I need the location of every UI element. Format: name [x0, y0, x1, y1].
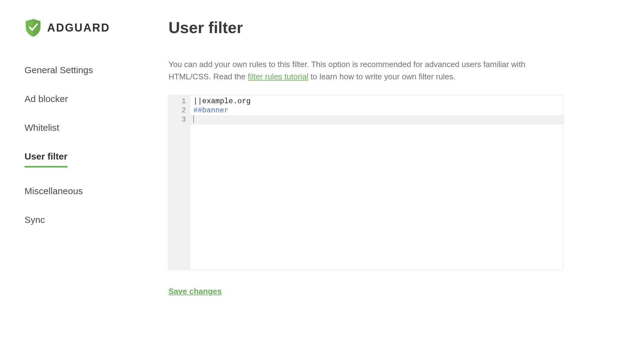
description-text-post: to learn how to write your own filter ru… [309, 72, 456, 81]
text-cursor-icon [193, 115, 194, 122]
token-host: example.org [202, 97, 251, 105]
sidebar: ADGUARD General Settings Ad blocker Whit… [25, 18, 169, 296]
sidebar-nav: General Settings Ad blocker Whitelist Us… [25, 65, 169, 225]
sidebar-item-miscellaneous[interactable]: Miscellaneous [25, 186, 83, 196]
actions-row: Save changes [169, 287, 607, 296]
code-line[interactable]: ##banner [193, 106, 563, 115]
line-number: 2 [169, 106, 186, 115]
token-operator: || [193, 97, 202, 105]
save-changes-button[interactable]: Save changes [169, 287, 222, 296]
sidebar-item-sync[interactable]: Sync [25, 215, 45, 225]
filter-rules-tutorial-link[interactable]: filter rules tutorial [248, 72, 309, 81]
page-description: You can add your own rules to this filte… [169, 58, 564, 83]
sidebar-item-ad-blocker[interactable]: Ad blocker [25, 94, 68, 104]
user-filter-editor[interactable]: 1 2 3 ||example.org ##banner [169, 95, 564, 270]
shield-check-icon [25, 18, 42, 37]
token-rule: ##banner [193, 106, 229, 115]
editor-code-area[interactable]: ||example.org ##banner [190, 96, 563, 269]
brand-name: ADGUARD [47, 21, 110, 34]
editor-gutter: 1 2 3 [169, 96, 190, 269]
brand: ADGUARD [25, 18, 169, 37]
main-content: User filter You can add your own rules t… [169, 18, 619, 296]
page-title: User filter [169, 18, 607, 37]
line-number: 3 [169, 115, 186, 124]
sidebar-item-whitelist[interactable]: Whitelist [25, 122, 59, 133]
sidebar-item-general-settings[interactable]: General Settings [25, 65, 93, 75]
line-number: 1 [169, 97, 186, 106]
code-line[interactable]: ||example.org [193, 97, 563, 106]
code-line-current[interactable] [190, 115, 563, 124]
sidebar-item-user-filter[interactable]: User filter [25, 151, 67, 168]
